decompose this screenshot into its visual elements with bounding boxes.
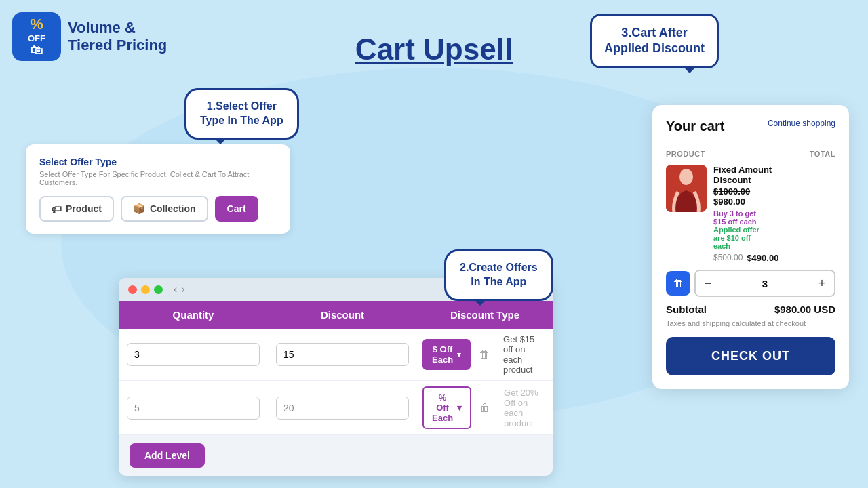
app-logo-icon: % OFF 🛍 [12, 12, 61, 61]
window-dot-yellow[interactable] [141, 285, 150, 294]
cart-item-applied-text: Applied offerare $10 offeach [713, 226, 835, 250]
cart-subtotal-label: Subtotal [666, 304, 707, 315]
offer-btn-product[interactable]: 🏷 Product [39, 196, 114, 222]
cart-qty-increase-button[interactable]: + [810, 271, 834, 296]
offer-type-label: Select Offer Type [39, 157, 277, 167]
cart-qty-row: 🗑 − 3 + [666, 270, 835, 297]
row-2-description: Get 20% Off on each product [498, 388, 547, 428]
col-product-header: PRODUCT [666, 150, 705, 158]
quantity-input-2[interactable] [127, 396, 260, 420]
cart-tax-note: Taxes and shipping calculated at checkou… [666, 319, 835, 327]
offer-table-header: Quantity Discount Discount Type [119, 301, 553, 329]
cart-quantity-value: 3 [720, 278, 810, 289]
add-level-button[interactable]: Add Level [130, 443, 205, 468]
cart-item: Fixed AmountDiscount $1000.00 $980.00 Bu… [666, 165, 835, 263]
offer-btn-cart[interactable]: Cart [215, 196, 258, 222]
cart-qty-controls: − 3 + [694, 270, 835, 297]
page-title: Cart Upsell [355, 33, 513, 66]
discount-type-select-1[interactable]: $ Off Each ▾ [422, 339, 471, 370]
cart-subtotal-value: $980.00 USD [774, 304, 835, 315]
discount-type-select-2[interactable]: % Off Each ▾ [422, 386, 471, 429]
offer-type-buttons: 🏷 Product 📦 Collection Cart [39, 196, 277, 222]
cart-subtotal-row: Subtotal $980.00 USD [666, 304, 835, 315]
bubble-cart-after-discount: 3.Cart AfterApplied Discount [590, 14, 719, 68]
quantity-input-1[interactable] [127, 343, 260, 366]
col-quantity: Quantity [119, 301, 268, 329]
cart-item-strike-price: $500.00 [713, 253, 743, 263]
offer-row-1: $ Off Each ▾ 🗑 Get $15 off on each produ… [119, 329, 553, 381]
cart-item-price-row: $500.00 $490.00 [713, 253, 835, 263]
cart-delete-button[interactable]: 🗑 [666, 271, 690, 296]
logo-text: Volume & Tiered Pricing [68, 19, 167, 55]
discount-input-2[interactable] [276, 396, 409, 420]
logo-area: % OFF 🛍 Volume & Tiered Pricing [12, 12, 167, 61]
logo-percent: % [30, 16, 43, 33]
cart-qty-decrease-button[interactable]: − [696, 271, 720, 296]
delete-row-2-icon[interactable]: 🗑 [474, 402, 496, 414]
cart-item-details: Fixed AmountDiscount $1000.00 $980.00 Bu… [713, 165, 835, 263]
row-1-description: Get $15 off on each product [498, 334, 547, 375]
offer-btn-collection[interactable]: 📦 Collection [121, 196, 208, 222]
window-dot-green[interactable] [154, 285, 163, 294]
continue-shopping-link[interactable]: Continue shopping [768, 119, 835, 128]
cart-item-original-price: $1000.00 [713, 186, 750, 197]
discount-type-label-2: % Off Each [432, 392, 453, 423]
offer-type-desc: Select Offer Type For Specific Product, … [39, 170, 277, 186]
checkout-button[interactable]: CHECK OUT [666, 337, 835, 375]
cart-item-final-price: $490.00 [747, 253, 778, 263]
nav-back-icon[interactable]: ‹ [174, 283, 177, 296]
chevron-down-icon-2: ▾ [457, 403, 462, 413]
offer-type-panel: Select Offer Type Select Offer Type For … [26, 144, 290, 234]
product-icon: 🏷 [52, 203, 62, 215]
col-discount: Discount [268, 301, 417, 329]
discount-input-1[interactable] [276, 343, 409, 366]
cart-title: Your cart [666, 119, 724, 134]
logo-bag-icon: 🛍 [31, 43, 43, 58]
chevron-down-icon-1: ▾ [457, 350, 461, 359]
collection-icon: 📦 [133, 203, 146, 215]
logo-off: OFF [28, 33, 45, 43]
svg-point-1 [679, 169, 693, 185]
cart-col-headers: PRODUCT TOTAL [666, 144, 835, 158]
cart-header: Your cart Continue shopping [666, 119, 835, 134]
bubble-create-offers: 2.Create OffersIn The App [444, 249, 553, 301]
window-dot-red[interactable] [128, 285, 137, 294]
cart-panel: Your cart Continue shopping PRODUCT TOTA… [652, 105, 849, 389]
nav-forward-icon[interactable]: › [181, 283, 184, 296]
cart-item-image [666, 165, 707, 212]
bubble-select-offer: 1.Select OfferType In The App [184, 88, 299, 140]
discount-type-label-1: $ Off Each [432, 344, 453, 365]
offer-creator-window: ‹ › Quantity Discount Discount Type $ Of… [119, 278, 553, 476]
cart-item-promo-text: Buy 3 to get$15 off each [713, 209, 835, 226]
cart-item-name: Fixed AmountDiscount [713, 165, 835, 185]
offer-row-2: % Off Each ▾ 🗑 Get 20% Off on each produ… [119, 381, 553, 435]
window-nav: ‹ › [174, 283, 185, 296]
col-total-header: TOTAL [810, 150, 835, 158]
delete-row-1-icon[interactable]: 🗑 [473, 348, 495, 361]
product-image-svg [666, 165, 707, 212]
cart-item-discounted-price: $980.00 [713, 197, 750, 207]
